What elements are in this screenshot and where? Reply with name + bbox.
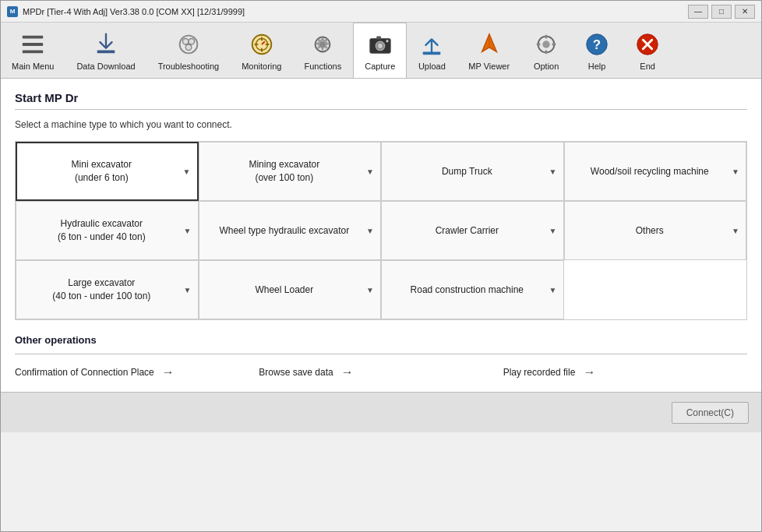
toolbar-help[interactable]: ? Help — [572, 23, 623, 78]
op-browse-arrow: → — [341, 365, 354, 379]
title-divider — [15, 109, 747, 110]
machine-others[interactable]: Others ▼ — [564, 201, 747, 260]
window-title: MPDr [Tier-4 With Adj] Ver3.38 0.0 [COM … — [23, 7, 688, 16]
toolbar: Main Menu Data Download Troubleshooting — [1, 23, 761, 79]
svg-rect-27 — [545, 34, 548, 38]
machine-grid: Mini excavator(under 6 ton) ▼ Mining exc… — [15, 141, 747, 320]
op-play-recorded[interactable]: Play recorded file → — [503, 365, 747, 379]
svg-rect-23 — [386, 40, 388, 42]
svg-rect-30 — [552, 43, 556, 45]
hydraulic-excavator-arrow: ▼ — [184, 227, 192, 235]
data-download-icon — [92, 30, 120, 58]
option-icon — [532, 30, 560, 58]
toolbar-mp-viewer[interactable]: MP Viewer — [457, 23, 521, 78]
crawler-carrier-arrow: ▼ — [549, 227, 557, 235]
svg-point-6 — [189, 38, 195, 44]
machine-dump-truck-label: Dump Truck — [388, 165, 546, 178]
machine-dump-truck[interactable]: Dump Truck ▼ — [381, 142, 564, 201]
toolbar-data-download[interactable]: Data Download — [65, 23, 146, 78]
toolbar-capture-label: Capture — [365, 62, 395, 71]
svg-point-18 — [320, 41, 326, 48]
others-arrow: ▼ — [732, 227, 739, 235]
machine-hydraulic-excavator[interactable]: Hydraulic excavator(6 ton - under 40 ton… — [16, 201, 199, 260]
toolbar-main-menu[interactable]: Main Menu — [1, 23, 65, 78]
svg-point-26 — [542, 41, 549, 48]
main-menu-icon — [19, 30, 47, 58]
svg-rect-1 — [23, 43, 43, 46]
toolbar-capture[interactable]: Capture — [353, 23, 407, 78]
svg-point-5 — [182, 38, 189, 44]
toolbar-functions-label: Functions — [304, 62, 341, 71]
wheel-hydraulic-arrow: ▼ — [366, 227, 374, 235]
machine-wheel-loader[interactable]: Wheel Loader ▼ — [199, 260, 382, 319]
toolbar-option-label: Option — [534, 62, 559, 71]
other-ops-divider — [15, 354, 747, 354]
op-confirm-connection[interactable]: Confirmation of Connection Place → — [15, 365, 259, 379]
toolbar-end[interactable]: End — [623, 23, 673, 78]
machine-wheel-hydraulic-label: Wheel type hydraulic excavator — [206, 224, 364, 238]
app-icon: M — [7, 6, 18, 17]
machine-large-excavator-label: Large excavator(40 ton - under 100 ton) — [23, 277, 181, 303]
functions-icon — [309, 30, 337, 58]
machine-mining-excavator-label: Mining excavator(over 100 ton) — [206, 158, 364, 185]
machine-large-excavator[interactable]: Large excavator(40 ton - under 100 ton) … — [16, 260, 199, 319]
minimize-button[interactable]: — — [688, 5, 708, 19]
toolbar-main-menu-label: Main Menu — [12, 62, 54, 71]
connect-button[interactable]: Connect(C) — [672, 402, 749, 424]
svg-rect-2 — [23, 50, 43, 53]
machine-mining-excavator[interactable]: Mining excavator(over 100 ton) ▼ — [199, 142, 382, 201]
toolbar-troubleshooting-label: Troubleshooting — [158, 62, 219, 71]
svg-rect-3 — [97, 50, 115, 53]
monitoring-icon — [248, 30, 276, 58]
dump-truck-arrow: ▼ — [549, 167, 557, 176]
machine-mini-excavator-label: Mini excavator(under 6 ton) — [23, 158, 180, 185]
op-play-recorded-label: Play recorded file — [503, 367, 576, 378]
window-controls: — □ ✕ — [688, 5, 755, 19]
machine-crawler-carrier[interactable]: Crawler Carrier ▼ — [381, 201, 564, 260]
svg-rect-29 — [537, 43, 541, 45]
machine-road-construction[interactable]: Road construction machine ▼ — [381, 260, 564, 319]
machine-crawler-carrier-label: Crawler Carrier — [388, 224, 546, 238]
maximize-button[interactable]: □ — [711, 5, 732, 19]
wood-soil-arrow: ▼ — [732, 167, 739, 176]
op-play-arrow: → — [583, 365, 595, 379]
road-construction-arrow: ▼ — [549, 286, 557, 294]
other-ops-title: Other operations — [15, 334, 747, 346]
section-title: Start MP Dr — [15, 91, 747, 104]
svg-point-7 — [185, 44, 192, 51]
capture-icon — [366, 30, 394, 58]
toolbar-monitoring[interactable]: Monitoring — [231, 23, 293, 78]
machine-hydraulic-excavator-label: Hydraulic excavator(6 ton - under 40 ton… — [23, 217, 181, 244]
op-browse-save-label: Browse save data — [259, 367, 333, 378]
svg-point-21 — [378, 44, 383, 48]
instruction-text: Select a machine type to which you want … — [15, 119, 747, 130]
machine-empty — [564, 260, 747, 319]
svg-rect-22 — [376, 37, 381, 40]
mining-excavator-arrow: ▼ — [366, 167, 374, 176]
end-icon — [633, 30, 661, 58]
other-ops-list: Confirmation of Connection Place → Brows… — [15, 365, 747, 379]
upload-icon — [418, 30, 446, 58]
toolbar-mp-viewer-label: MP Viewer — [468, 62, 510, 71]
main-content: Start MP Dr Select a machine type to whi… — [1, 79, 761, 392]
toolbar-upload[interactable]: Upload — [407, 23, 457, 78]
mp-viewer-icon — [475, 30, 503, 58]
close-button[interactable]: ✕ — [735, 5, 755, 19]
machine-wood-soil[interactable]: Wood/soil recycling machine ▼ — [564, 142, 747, 201]
machine-others-label: Others — [571, 224, 729, 238]
machine-road-construction-label: Road construction machine — [388, 284, 546, 297]
toolbar-troubleshooting[interactable]: Troubleshooting — [147, 23, 231, 78]
svg-rect-24 — [423, 51, 441, 55]
large-excavator-arrow: ▼ — [184, 286, 192, 294]
machine-mini-excavator[interactable]: Mini excavator(under 6 ton) ▼ — [16, 142, 199, 201]
toolbar-functions[interactable]: Functions — [293, 23, 353, 78]
help-icon: ? — [583, 30, 611, 58]
machine-wheel-hydraulic[interactable]: Wheel type hydraulic excavator ▼ — [199, 201, 382, 260]
op-browse-save[interactable]: Browse save data → — [259, 365, 503, 379]
other-ops-section: Other operations Confirmation of Connect… — [15, 334, 747, 379]
toolbar-help-label: Help — [588, 62, 606, 71]
op-confirm-connection-label: Confirmation of Connection Place — [15, 367, 154, 378]
svg-rect-28 — [545, 50, 548, 54]
op-confirm-arrow: → — [162, 365, 175, 379]
toolbar-option[interactable]: Option — [521, 23, 572, 78]
